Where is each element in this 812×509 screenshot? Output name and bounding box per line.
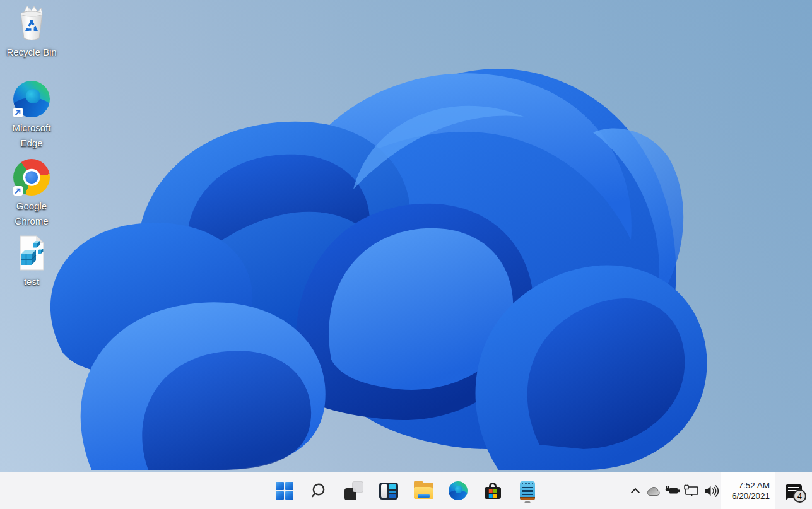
- registry-file-icon: [12, 233, 51, 272]
- shortcut-arrow-icon: [13, 186, 23, 196]
- clock-date: 6/20/2021: [732, 491, 770, 502]
- desktop-icon-test[interactable]: test: [3, 233, 61, 290]
- clock-time: 7:52 AM: [738, 480, 770, 491]
- battery-charging-icon: [664, 486, 681, 496]
- desktop-icon-label: Recycle Bin: [6, 45, 56, 60]
- desktop-icon-label: Google Chrome: [3, 199, 61, 229]
- notification-count-badge: 4: [793, 489, 806, 503]
- notepad-button[interactable]: [515, 478, 541, 504]
- chevron-up-icon: [630, 488, 640, 494]
- search-icon: [310, 482, 328, 500]
- onedrive-cloud-icon: [646, 486, 661, 496]
- battery-tray-button[interactable]: [663, 478, 682, 504]
- running-app-indicator: [525, 501, 531, 503]
- recycle-bin-icon: [12, 4, 51, 43]
- widgets-button[interactable]: [376, 478, 402, 504]
- bloom-flower-graphic: [0, 0, 812, 472]
- network-tray-button[interactable]: [682, 478, 701, 504]
- microsoft-store-button[interactable]: [480, 478, 506, 504]
- edge-icon: [449, 481, 468, 500]
- desktop-icon-google-chrome[interactable]: Google Chrome: [3, 158, 61, 229]
- microsoft-edge-button[interactable]: [445, 478, 471, 504]
- desktop-icon-recycle-bin[interactable]: Recycle Bin: [3, 4, 61, 60]
- start-button[interactable]: [272, 478, 298, 504]
- desktop-icon-label: Microsoft Edge: [3, 120, 61, 151]
- onedrive-tray-button[interactable]: [644, 478, 663, 504]
- file-explorer-button[interactable]: [411, 478, 437, 504]
- volume-tray-button[interactable]: [701, 478, 721, 504]
- task-view-button[interactable]: [341, 478, 367, 504]
- desktop-icon-microsoft-edge[interactable]: Microsoft Edge: [3, 79, 61, 151]
- file-explorer-icon: [414, 483, 433, 499]
- taskbar-clock[interactable]: 7:52 AM 6/20/2021: [721, 472, 775, 509]
- microsoft-store-icon: [484, 482, 502, 500]
- shortcut-arrow-icon: [13, 108, 23, 117]
- task-view-icon: [344, 481, 363, 500]
- widgets-icon: [379, 483, 398, 500]
- search-button[interactable]: [307, 478, 332, 504]
- show-desktop-button[interactable]: [809, 477, 812, 504]
- speaker-volume-icon: [703, 485, 719, 497]
- ethernet-network-icon: [683, 484, 700, 497]
- chrome-icon: [12, 158, 51, 197]
- hidden-icons-chevron-button[interactable]: [627, 478, 644, 504]
- windows-logo-icon: [276, 482, 293, 500]
- notification-center-button[interactable]: 4: [775, 472, 812, 509]
- edge-icon: [12, 79, 51, 119]
- desktop-wallpaper: Recycle Bin Microsoft Edge Google Chrome: [0, 0, 812, 472]
- notepad-icon: [520, 481, 535, 500]
- taskbar-system-tray: 7:52 AM 6/20/2021 4: [627, 472, 812, 509]
- taskbar: 7:52 AM 6/20/2021 4: [0, 472, 812, 509]
- desktop-icon-label: test: [24, 274, 39, 290]
- taskbar-center-buttons: [272, 472, 541, 509]
